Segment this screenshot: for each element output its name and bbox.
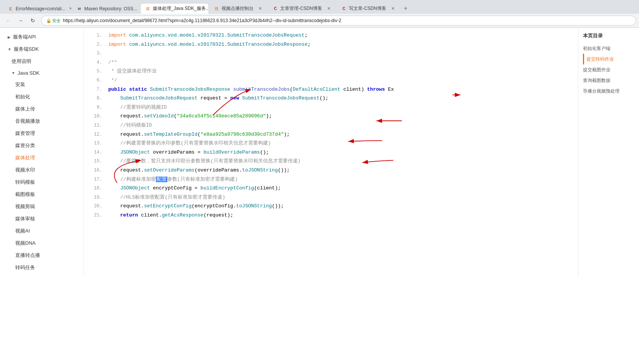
sidebar-item-ai[interactable]: 视频AI [0, 225, 83, 237]
tab-favicon-media: 媒 [145, 6, 151, 11]
code-line-9: 9. //需要转码的视频ID [84, 103, 578, 112]
tab-error[interactable]: E ErrorMessage=com/ali... ✕ [3, 3, 72, 14]
sidebar-item-transcode-job[interactable]: 转码任务 [0, 261, 83, 274]
line-content-6: */ [108, 76, 572, 85]
sidebar-item-category[interactable]: 媒资分类 [0, 140, 83, 152]
sidebar-item-media-process[interactable]: 媒体处理 [0, 152, 83, 164]
code-line-17: 17. //构建标准加密配置参数(只有标准加密才需要构建) [84, 175, 578, 184]
sidebar-label-server-sdk: 服务端SDK [14, 46, 39, 53]
code-line-3: 3. [84, 49, 578, 58]
sidebar-item-java-sdk[interactable]: ▼ Java SDK [0, 67, 83, 79]
sidebar-item-upload[interactable]: 媒体上传 [0, 103, 83, 115]
line-number-16: 16. [90, 167, 102, 175]
sidebar-label-server-api: 服务端API [13, 34, 36, 40]
code-line-1: 1. import com.aliyuncs.vod.model.v201703… [84, 31, 578, 40]
line-number-2: 2. [90, 41, 102, 49]
tab-close-video[interactable]: ✕ [257, 6, 263, 11]
sidebar-item-watermark[interactable]: 视频水印 [0, 164, 83, 176]
line-number-15: 15. [90, 157, 102, 166]
sidebar-item-asset-mgmt[interactable]: 媒资管理 [0, 127, 83, 140]
tab-label-maven: Maven Repository: OSS... [84, 6, 137, 11]
tab-label-csdn2: 写文章-CSDN博客 [349, 5, 386, 12]
line-number-14: 14. [90, 149, 102, 157]
sidebar-item-audit[interactable]: 媒体审核 [0, 213, 83, 225]
toc-item-submit-transcode[interactable]: 提交转码作业 [583, 54, 634, 64]
sidebar-item-usage[interactable]: 使用说明 [0, 55, 83, 67]
tab-media[interactable]: 媒 媒体处理_Java SDK_服务... ✕ [140, 3, 209, 14]
line-content-17: //构建标准加密配置参数(只有标准加密才需要构建) [108, 175, 572, 184]
chevron-down-icon-java: ▼ [11, 71, 15, 75]
code-line-7: 7. public static SubmitTranscodeJobsResp… [84, 85, 578, 94]
sidebar-item-server-api[interactable]: ▶ 服务端API [0, 31, 83, 43]
tab-csdn1[interactable]: C 文章管理-CSDN博客 ✕ [268, 3, 336, 14]
sidebar-item-transcode-tpl[interactable]: 转码模板 [0, 176, 83, 188]
sidebar: ▶ 服务端API ▼ 服务端SDK 使用说明 ▼ Java SDK 安装 初始化… [0, 28, 84, 277]
code-line-18: 18. JSONObject encryptConfig = buildEncr… [84, 184, 578, 193]
url-bar[interactable]: 🔒 安全 https://help.aliyun.com/document_de… [41, 16, 636, 26]
main-container: ▶ 服务端API ▼ 服务端SDK 使用说明 ▼ Java SDK 安装 初始化… [0, 28, 639, 277]
url-text: https://help.aliyun.com/document_detail/… [63, 18, 341, 23]
tab-close-csdn1[interactable]: ✕ [326, 6, 331, 11]
sidebar-item-init[interactable]: 初始化 [0, 91, 83, 103]
lock-icon: 🔒 [46, 18, 51, 23]
sidebar-item-server-sdk[interactable]: ▼ 服务端SDK [0, 43, 83, 55]
line-content-9: //需要转码的视频ID [108, 103, 572, 112]
forward-button[interactable]: → [15, 15, 26, 26]
tab-video[interactable]: 视 视频点播控制台 ✕ [209, 3, 268, 14]
sidebar-label-live-vod: 直播转点播 [15, 252, 40, 259]
sidebar-label-ai: 视频AI [15, 228, 30, 234]
toc-label-query-screenshot: 查询截图数据 [583, 78, 610, 83]
toc-item-init-client[interactable]: 初始化客户端 [583, 43, 634, 54]
line-content-14: JSONObject overrideParams = buildOverrid… [108, 148, 572, 157]
line-content-2: import com.aliyuncs.vod.model.v20170321.… [108, 40, 572, 49]
tab-favicon-csdn1: C [273, 6, 278, 11]
sidebar-item-live-vod[interactable]: 直播转点播 [0, 249, 83, 261]
sidebar-item-screenshot-tpl[interactable]: 截图模板 [0, 188, 83, 200]
sidebar-item-edit[interactable]: 视频剪辑 [0, 200, 83, 213]
sidebar-item-playback[interactable]: 音视频播放 [0, 115, 83, 127]
line-number-1: 1. [90, 32, 102, 40]
code-line-8: 8. SubmitTranscodeJobsRequest request = … [84, 94, 578, 103]
toc-item-live-preprocess[interactable]: 导播台视频预处理 [583, 86, 634, 96]
chevron-right-icon: ▶ [8, 35, 11, 39]
tab-maven[interactable]: M Maven Repository: OSS... ✕ [72, 3, 140, 14]
back-button[interactable]: ← [3, 15, 14, 26]
line-content-12: request.setTemplateGroupId("e8aa925a9798… [108, 130, 572, 139]
tab-close-csdn2[interactable]: ✕ [390, 6, 395, 11]
line-number-8: 8. [90, 95, 102, 103]
line-content-20: request.setEncryptConfig(encryptConfig.t… [108, 202, 572, 210]
toc-label-submit-screenshot: 提交截图作业 [583, 67, 610, 72]
line-content-21: return client.getAcsResponse(request); [108, 211, 572, 220]
toc-label-init-client: 初始化客户端 [583, 46, 610, 51]
sidebar-item-install[interactable]: 安装 [0, 79, 83, 91]
sidebar-label-dna: 视频DNA [15, 240, 35, 247]
code-line-16: 16. request.setOverrideParams(overridePa… [84, 166, 578, 175]
code-block: 1. import com.aliyuncs.vod.model.v201703… [84, 28, 578, 223]
security-label: 安全 [52, 18, 61, 24]
line-number-21: 21. [90, 212, 102, 220]
line-content-8: SubmitTranscodeJobsRequest request = new… [108, 94, 572, 103]
tab-csdn2[interactable]: C 写文章-CSDN博客 ✕ [336, 3, 400, 14]
line-number-17: 17. [90, 176, 102, 184]
tab-close-error[interactable]: ✕ [69, 6, 72, 11]
refresh-button[interactable]: ↻ [27, 15, 38, 26]
sidebar-label-playback: 音视频播放 [15, 118, 40, 125]
chevron-down-icon-sdk: ▼ [8, 47, 11, 51]
sidebar-item-dna[interactable]: 视频DNA [0, 237, 83, 249]
tab-favicon-csdn2: C [341, 6, 347, 11]
tab-label-error: ErrorMessage=com/ali... [16, 6, 65, 11]
code-line-5: 5. * 提交媒体处理作业 [84, 67, 578, 76]
new-tab-button[interactable]: + [400, 3, 411, 14]
sidebar-label-asset-mgmt: 媒资管理 [15, 130, 35, 137]
address-bar: ← → ↻ 🔒 安全 https://help.aliyun.com/docum… [0, 14, 639, 27]
right-toc: 本页目录 初始化客户端 提交转码作业 提交截图作业 查询截图数据 导播台视频预处… [578, 28, 639, 277]
nav-buttons: ← → ↻ [3, 15, 38, 26]
line-content-16: request.setOverrideParams(overrideParams… [108, 166, 572, 175]
sidebar-label-media-process: 媒体处理 [15, 154, 35, 161]
code-line-6: 6. */ [84, 76, 578, 85]
tab-label-csdn1: 文章管理-CSDN博客 [280, 5, 322, 12]
line-number-18: 18. [90, 184, 102, 193]
line-number-4: 4. [90, 59, 102, 67]
toc-item-query-screenshot[interactable]: 查询截图数据 [583, 75, 634, 86]
toc-item-submit-screenshot[interactable]: 提交截图作业 [583, 64, 634, 75]
